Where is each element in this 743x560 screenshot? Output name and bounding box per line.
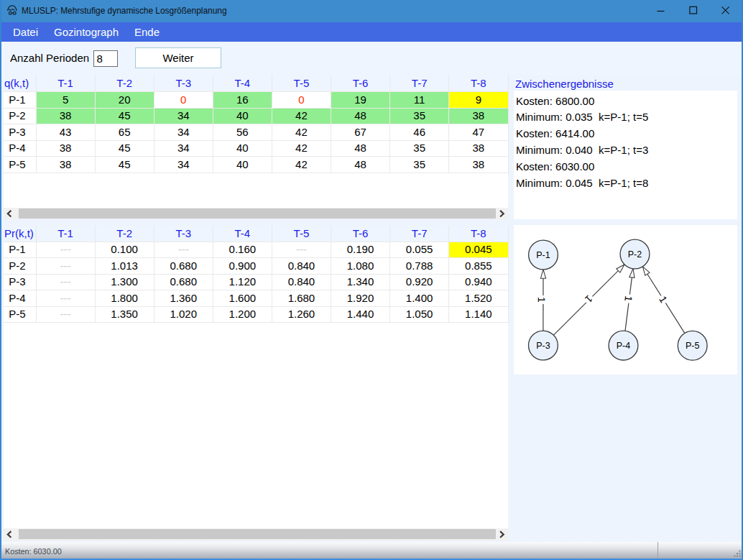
svg-text:P-4: P-4 xyxy=(617,341,631,351)
svg-text:P-5: P-5 xyxy=(686,341,700,351)
svg-text:1: 1 xyxy=(536,297,548,303)
svg-text:P-1: P-1 xyxy=(536,250,550,260)
svg-text:P-3: P-3 xyxy=(536,341,550,351)
svg-text:P-2: P-2 xyxy=(628,249,642,260)
